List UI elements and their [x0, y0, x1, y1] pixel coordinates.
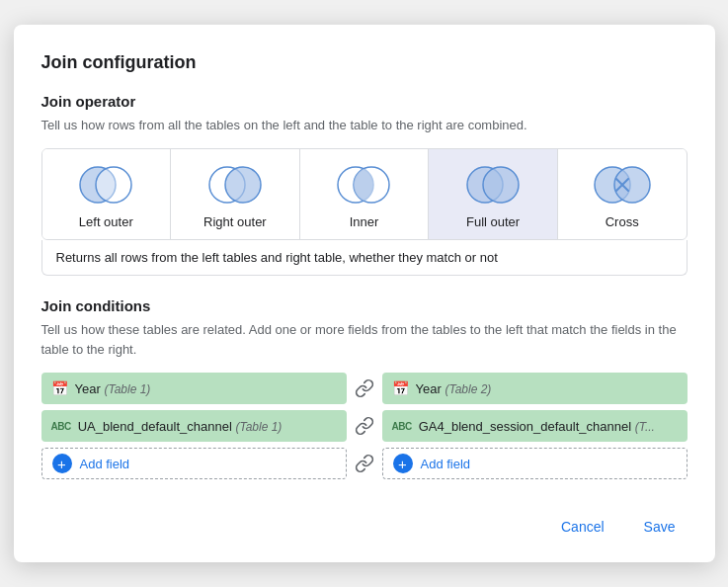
calendar-icon-left-year: 📅	[51, 380, 68, 396]
right-add-field-button[interactable]: + Add field	[382, 448, 688, 479]
join-conditions-section: Join conditions Tell us how these tables…	[41, 297, 688, 479]
svg-point-5	[225, 167, 261, 203]
svg-point-13	[614, 167, 650, 203]
left-field-year[interactable]: 📅 Year (Table 1)	[41, 373, 347, 404]
join-option-inner[interactable]: Inner	[300, 149, 430, 239]
join-description-text: Returns all rows from the left tables an…	[56, 250, 498, 265]
full-outer-label: Full outer	[466, 214, 520, 229]
join-option-cross[interactable]: Cross	[558, 149, 687, 239]
left-field-ua[interactable]: ABC UA_blend_default_channel (Table 1)	[41, 410, 347, 442]
left-outer-venn	[74, 163, 137, 207]
conditions-section-title: Join conditions	[41, 297, 688, 314]
full-outer-venn	[461, 163, 525, 207]
conditions-section-desc: Tell us how these tables are related. Ad…	[41, 320, 688, 359]
cross-venn	[591, 163, 654, 207]
left-outer-label: Left outer	[79, 214, 133, 229]
conditions-grid: 📅 Year (Table 1) ABC UA_blend_default_ch…	[41, 373, 688, 479]
link-icon-1	[353, 375, 376, 402]
link-icon-2	[353, 412, 376, 440]
right-field-year[interactable]: 📅 Year (Table 2)	[382, 373, 688, 404]
operator-section-desc: Tell us how rows from all the tables on …	[41, 116, 688, 135]
save-button[interactable]: Save	[632, 511, 688, 543]
link-row-2	[353, 410, 376, 442]
left-ua-text: UA_blend_default_channel (Table 1)	[78, 419, 283, 434]
left-add-field-label: Add field	[80, 457, 130, 471]
left-add-field-button[interactable]: + Add field	[41, 448, 347, 479]
link-icons-col	[347, 373, 382, 479]
left-add-plus-icon: +	[52, 454, 72, 473]
left-year-text: Year (Table 1)	[75, 381, 151, 396]
operator-section-title: Join operator	[41, 93, 688, 110]
link-row-3	[353, 448, 376, 479]
dialog-footer: Cancel Save	[41, 503, 688, 543]
right-outer-label: Right outer	[203, 214, 267, 229]
abc-icon-right-ga4: ABC	[392, 421, 412, 432]
abc-icon-left-ua: ABC	[51, 421, 71, 432]
right-ga4-text: GA4_blend_session_default_channel (T...	[419, 419, 655, 434]
join-option-full-outer[interactable]: Full outer	[429, 149, 558, 239]
join-options-container: Left outer Right outer	[41, 148, 688, 240]
right-field-ga4[interactable]: ABC GA4_blend_session_default_channel (T…	[382, 410, 688, 442]
right-add-plus-icon: +	[393, 454, 413, 473]
cancel-button[interactable]: Cancel	[549, 511, 616, 543]
join-description-box: Returns all rows from the left tables an…	[41, 240, 688, 276]
svg-point-11	[483, 167, 519, 203]
link-row-1	[353, 373, 376, 404]
calendar-icon-right-year: 📅	[392, 380, 409, 396]
join-option-right-outer[interactable]: Right outer	[171, 149, 300, 239]
join-configuration-dialog: Join configuration Join operator Tell us…	[14, 25, 715, 563]
left-conditions-col: 📅 Year (Table 1) ABC UA_blend_default_ch…	[41, 373, 347, 479]
inner-venn	[332, 163, 395, 207]
link-icon-3	[353, 450, 376, 477]
inner-label: Inner	[350, 214, 379, 229]
right-add-field-label: Add field	[421, 457, 471, 471]
right-outer-venn	[203, 163, 267, 207]
right-conditions-col: 📅 Year (Table 2) ABC GA4_blend_session_d…	[382, 373, 688, 479]
cross-label: Cross	[606, 214, 639, 229]
right-year-text: Year (Table 2)	[416, 381, 492, 396]
svg-point-2	[96, 167, 131, 203]
join-option-left-outer[interactable]: Left outer	[42, 149, 172, 239]
dialog-title: Join configuration	[41, 52, 688, 73]
